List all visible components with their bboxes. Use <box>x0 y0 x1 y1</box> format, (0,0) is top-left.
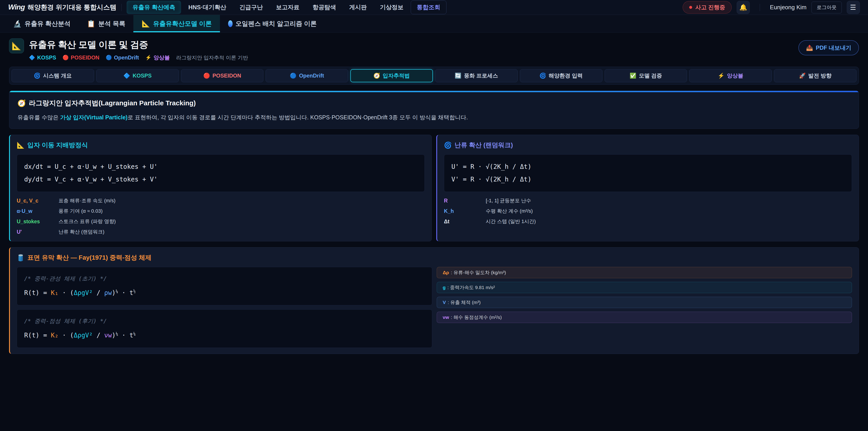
subtab-spill-analysis[interactable]: 🔬유출유 확산분석 <box>5 15 79 32</box>
legend-desc-2: 시간 스텝 (일반 1시간) <box>486 218 852 225</box>
formula-segment: R(t) = <box>24 289 51 297</box>
section-tab-label: 앙상블 <box>727 72 743 79</box>
incident-status-badge[interactable]: 사고 진행중 <box>683 1 732 13</box>
menu-button[interactable]: ☰ <box>847 1 860 14</box>
export-icon: 📤 <box>806 44 813 51</box>
fay-comment-1: /* 중력-점성 체제 (후기) */ <box>24 315 425 327</box>
formula-segment: νw <box>104 332 112 339</box>
badge-note: 라그랑지안 입자추적 이론 기반 <box>176 54 248 61</box>
section-tab-6[interactable]: 🌀해양환경 입력 <box>520 69 602 82</box>
formula-segment: · t <box>118 289 133 297</box>
app-title: 해양환경 위기대응 통합시스템 <box>28 3 116 12</box>
nav-item-3[interactable]: 보고자료 <box>270 1 305 14</box>
incident-label: 사고 진행중 <box>695 4 725 11</box>
variable-symbol: Δρ <box>443 270 449 275</box>
section-tab-icon-7: ✅ <box>629 72 636 79</box>
section-tab-2[interactable]: 🔴POSEIDON <box>181 69 264 82</box>
section-tab-3[interactable]: 🔵OpenDrift <box>266 69 348 82</box>
formula-segment: ) <box>112 289 116 297</box>
user-name: Eunjeong Kim <box>770 4 807 11</box>
equation-panel-row: 📐 입자 이동 지배방정식 dx/dt = U_c + α·U_w + U_st… <box>9 135 859 241</box>
randomwalk-panel: 🌀 난류 확산 (랜덤워크) U' = R · √(2K_h / Δt)V' =… <box>436 135 859 241</box>
formula-segment: ½ <box>133 289 135 294</box>
section-tabs: 🌀시스템 개요🔷KOSPS🔴POSEIDON🔵OpenDrift🧭입자추적법🔄풍… <box>9 67 859 85</box>
legend-symbol-2: Δt <box>444 219 486 225</box>
section-tab-label: 풍화 프로세스 <box>464 72 498 79</box>
pdf-export-button[interactable]: 📤 PDF 내보내기 <box>798 40 859 55</box>
fay-formula-0: R(t) = K₁ · (ΔρgV² / ρw)¼ · t½ <box>24 286 425 299</box>
subtab-label: 유출유 확산분석 <box>24 20 70 28</box>
variable-desc: : 유류-해수 밀도차 (kg/m³) <box>451 269 506 276</box>
section-tab-1[interactable]: 🔷KOSPS <box>96 69 179 82</box>
header-divider <box>121 4 122 11</box>
notification-button[interactable]: 🔔 <box>737 1 750 14</box>
section-tab-8[interactable]: ⚡앙상블 <box>689 69 772 82</box>
nav-item-1[interactable]: HNS·대기확산 <box>182 1 232 14</box>
nav-item-0[interactable]: 유출유 확산예측 <box>127 1 181 14</box>
fay-codeblock-0: /* 중력-관성 체제 (초기) */R(t) = K₁ · (ΔρgV² / … <box>17 267 432 305</box>
governing-code: dx/dt = U_c + α·U_w + U_stokes + U'dy/dt… <box>17 154 425 192</box>
nav-item-2[interactable]: 긴급구난 <box>234 1 269 14</box>
section-tab-icon-6: 🌀 <box>539 72 546 79</box>
governing-legend: U_c, V_c표층 해류·조류 속도 (m/s)α·U_w풍류 기여 (α ≈… <box>17 197 425 235</box>
fay-variable-2: V: 유출 체적 (m³) <box>437 297 852 308</box>
legend-desc-3: 난류 확산 (랜덤워크) <box>59 228 425 235</box>
fay-formula-1: R(t) = K₂ · (ΔρgV² / νw)⅙ · t¼ <box>24 329 425 342</box>
formula-segment: ΔρgV² <box>74 332 93 339</box>
legend-desc-0: 표층 해류·조류 속도 (m/s) <box>59 197 425 204</box>
nav-item-4[interactable]: 항공탐색 <box>307 1 342 14</box>
badge-label: KOSPS <box>37 55 56 61</box>
model-badge-opendrift: 🔵OpenDrift <box>106 55 139 61</box>
section-tab-5[interactable]: 🔄풍화 프로세스 <box>435 69 518 82</box>
subtab-label: 오일펜스 배치 알고리즘 이론 <box>236 20 317 28</box>
oil-fence-icon <box>228 20 232 27</box>
nav-item-5[interactable]: 게시판 <box>343 1 373 14</box>
code-line-1: V' = R · √(2K_h / Δt) <box>452 173 844 186</box>
legend-desc-2: 스토크스 표류 (파랑 영향) <box>59 218 425 225</box>
fay-variables: Δρ: 유류-해수 밀도차 (kg/m³)g: 중력가속도 9.81 m/s²V… <box>437 267 852 323</box>
nav-item-6[interactable]: 기상정보 <box>374 1 409 14</box>
oil-drum-icon: 🛢️ <box>17 254 25 261</box>
governing-panel: 📐 입자 이동 지배방정식 dx/dt = U_c + α·U_w + U_st… <box>9 135 432 241</box>
subtab-diffusion-model-theory[interactable]: 📐유출유확산모델 이론 <box>133 15 220 32</box>
diffusion-model-theory-icon: 📐 <box>142 20 150 28</box>
section-tab-label: 모델 검증 <box>639 72 662 79</box>
fay-variable-1: g: 중력가속도 9.81 m/s² <box>437 282 852 293</box>
formula-segment: · ( <box>59 289 74 297</box>
spiral-icon: 🌀 <box>444 142 452 149</box>
section-tab-9[interactable]: 🚀발전 방향 <box>774 69 857 82</box>
variable-symbol: g <box>443 285 446 290</box>
logout-button[interactable]: 로그아웃 <box>811 2 842 13</box>
section-tab-icon-4: 🧭 <box>373 72 380 79</box>
lpt-overview-desc: 유출유를 수많은 가상 입자(Virtual Particle)로 표현하여, … <box>18 113 850 122</box>
formula-segment: / <box>93 332 104 339</box>
legend-desc-0: [-1, 1] 균등분포 난수 <box>486 197 852 204</box>
section-tab-4[interactable]: 🧭입자추적법 <box>350 69 433 82</box>
page-title-icon: 📐 <box>9 38 24 53</box>
model-badge-kosps: 🔷KOSPS <box>29 55 56 61</box>
legend-symbol-3: U' <box>17 229 59 235</box>
legend-symbol-0: R <box>444 198 486 204</box>
formula-segment: K₁ <box>51 289 59 297</box>
section-tab-0[interactable]: 🌀시스템 개요 <box>11 69 94 82</box>
formula-segment: · ( <box>59 332 74 339</box>
lpt-overview-card: 🧭 라그랑지안 입자추적법(Lagrangian Particle Tracki… <box>9 91 859 129</box>
triangle-ruler-icon: 📐 <box>17 142 25 149</box>
fay-panel: 🛢️ 표면 유막 확산 — Fay(1971) 중력-점성 체제 /* 중력-관… <box>9 247 859 354</box>
compass-icon: 🧭 <box>18 99 26 107</box>
fay-panel-title: 표면 유막 확산 — Fay(1971) 중력-점성 체제 <box>27 253 151 262</box>
governing-panel-title-row: 📐 입자 이동 지배방정식 <box>17 141 425 149</box>
badge-label: 앙상블 <box>153 54 170 61</box>
desc-prefix: 유출유를 수많은 <box>18 114 60 120</box>
legend-symbol-2: U_stokes <box>17 219 59 225</box>
fay-panel-title-row: 🛢️ 표면 유막 확산 — Fay(1971) 중력-점성 체제 <box>17 253 852 262</box>
badge-icon-3: ⚡ <box>145 55 151 61</box>
section-tab-icon-5: 🔄 <box>455 72 462 79</box>
section-tab-7[interactable]: ✅모델 검증 <box>604 69 687 82</box>
formula-segment: R(t) = <box>24 332 51 339</box>
nav-item-7[interactable]: 통합조회 <box>411 0 446 14</box>
badge-icon-0: 🔷 <box>29 55 35 61</box>
subtab-analysis-list[interactable]: 📋분석 목록 <box>79 15 133 32</box>
subtab-oil-fence-theory[interactable]: 오일펜스 배치 알고리즘 이론 <box>220 15 325 32</box>
model-badge-앙상블: ⚡앙상블 <box>145 54 170 61</box>
